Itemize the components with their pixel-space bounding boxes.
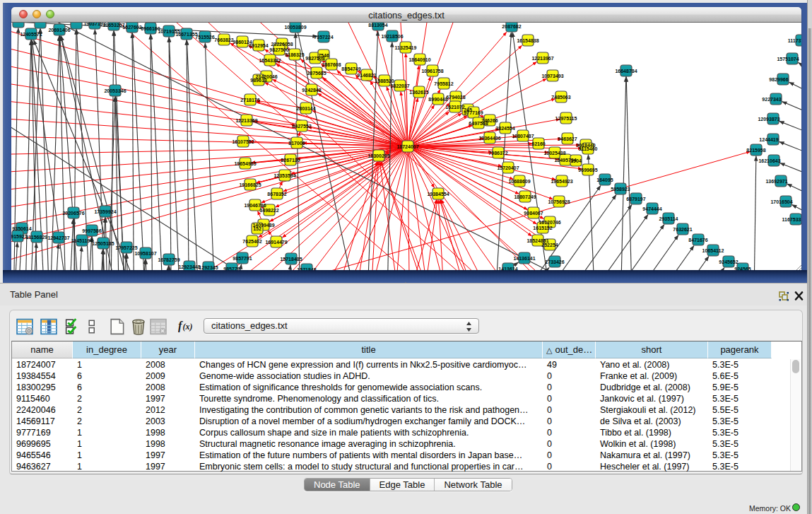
graph-node-label: 8215958 <box>746 148 765 153</box>
graph-edge[interactable] <box>364 162 379 270</box>
select-column-icon[interactable] <box>40 318 57 335</box>
graph-node[interactable] <box>13 23 24 28</box>
cell-pagerank: 5.5E-5 <box>708 404 769 416</box>
window-resize-grip[interactable] <box>796 261 801 270</box>
column-header-in_degree[interactable]: in_degree <box>73 341 141 358</box>
graph-edge[interactable] <box>563 235 678 270</box>
graph-edge[interactable] <box>779 141 801 159</box>
row-height-icon[interactable] <box>88 318 105 335</box>
graph-edge[interactable] <box>205 43 218 270</box>
graph-edge[interactable] <box>95 250 103 270</box>
graph-edge[interactable] <box>440 200 486 270</box>
cell-year: 2008 <box>141 359 192 370</box>
cell-out_degree: 0 <box>543 404 593 416</box>
graph-node[interactable] <box>35 23 46 28</box>
graph-node-label: 5958923 <box>611 187 630 192</box>
graph-edge[interactable] <box>779 121 801 139</box>
graph-node-label: 10756928 <box>548 199 570 204</box>
graph-node-label: 10961758 <box>421 69 443 74</box>
network-canvas[interactable]: 1872400712405571206914061903719310653267… <box>11 23 801 270</box>
graph-edge[interactable] <box>65 219 73 270</box>
graph-node-label: 817006 <box>288 141 305 146</box>
graph-node-label: 12213369 <box>235 118 257 123</box>
tab-edge-table[interactable]: Edge Table <box>370 479 435 491</box>
column-header-year[interactable]: year <box>141 341 195 358</box>
graph-edge[interactable] <box>616 77 626 270</box>
column-header-short[interactable]: short <box>596 341 708 358</box>
cell-name: 9699695 <box>12 438 70 450</box>
graph-node-label: 23226058 <box>271 42 293 47</box>
cell-pagerank: 5.3E-5 <box>708 393 769 404</box>
cell-year: 1997 <box>141 393 192 404</box>
cell-in_degree: 1 <box>73 359 139 370</box>
graph-node-label: 1904 <box>570 158 582 163</box>
graph-node[interactable] <box>71 23 82 29</box>
table-panel-header: Table Panel <box>0 284 807 305</box>
graph-node-label: 12942737 <box>47 235 69 240</box>
tab-node-table[interactable]: Node Table <box>305 479 370 491</box>
cell-out_degree: 0 <box>543 382 593 393</box>
graph-node-label: 8912954 <box>249 43 268 48</box>
table-row[interactable]: 1456911722003Disruption of a novel membe… <box>12 416 801 427</box>
cell-name: 9465546 <box>12 450 70 461</box>
graph-edge[interactable] <box>799 62 801 78</box>
graph-node-label: 18640910 <box>408 57 430 62</box>
graph-edge[interactable] <box>408 146 410 270</box>
float-panel-icon[interactable] <box>779 291 789 301</box>
table-row[interactable]: 911546021997Tourette syndrome. Phenomeno… <box>12 393 801 404</box>
table-row[interactable]: 969969511998Structural magnetic resonanc… <box>12 438 801 450</box>
table-row[interactable]: 1830029562008Estimation of significance … <box>12 382 801 393</box>
graph-edge[interactable] <box>578 245 694 270</box>
cell-out_degree: 0 <box>543 370 593 382</box>
graph-edge[interactable] <box>187 40 203 270</box>
graph-edge[interactable] <box>438 200 452 270</box>
table-row[interactable]: 946362711997Embryonic stem cells: a mode… <box>12 461 801 472</box>
graph-node-label: 12213967 <box>531 56 553 61</box>
cell-name: 18724007 <box>12 359 70 370</box>
graph-edge[interactable] <box>151 35 167 270</box>
close-panel-icon[interactable] <box>794 291 804 300</box>
node-table[interactable]: namein_degreeyeartitle△out_de…shortpager… <box>11 341 802 472</box>
delete-icon[interactable] <box>131 318 148 335</box>
cell-title: Embryonic stem cells: a model to study s… <box>195 461 540 472</box>
graph-edge[interactable] <box>751 156 756 270</box>
graph-edge[interactable] <box>440 200 495 270</box>
function-builder-icon[interactable]: f(x) <box>178 318 195 335</box>
tab-network-table[interactable]: Network Table <box>435 479 511 491</box>
column-header-out_degree[interactable]: △out_de… <box>543 341 596 358</box>
scrollbar-thumb[interactable] <box>792 360 799 373</box>
graph-edge[interactable] <box>146 259 151 270</box>
graph-edge[interactable] <box>170 23 537 270</box>
table-vertical-scrollbar[interactable] <box>790 359 801 471</box>
graph-edge[interactable] <box>279 265 290 270</box>
graph-node-label: 8854749 <box>341 66 360 71</box>
cell-title: Disruption of a novel member of a sodium… <box>195 416 540 427</box>
table-row[interactable]: 1938455462009Genome-wide association stu… <box>12 370 801 382</box>
column-header-name[interactable]: name <box>12 341 73 358</box>
column-header-title[interactable]: title <box>195 341 543 358</box>
table-selector-combobox[interactable]: citations_edges.txt <box>204 318 479 334</box>
graph-edge[interactable] <box>406 200 437 270</box>
graph-node-label: 12405571 <box>20 32 42 37</box>
graph-node-label: 16648784 <box>615 69 637 74</box>
cell-pagerank: 5.9E-5 <box>708 382 769 393</box>
table-settings-icon[interactable] <box>16 318 33 335</box>
graph-edge[interactable] <box>548 224 664 270</box>
graph-edge[interactable] <box>782 102 801 119</box>
graph-edge[interactable] <box>789 82 801 99</box>
table-panel-title: Table Panel <box>10 289 58 300</box>
select-rows-icon[interactable] <box>65 318 82 335</box>
graph-edge[interactable] <box>103 250 108 270</box>
table-row[interactable]: 1872400712008Changes of HCN gene express… <box>12 359 801 370</box>
graph-edge[interactable] <box>626 77 637 270</box>
table-row[interactable]: 977716911998Corpus callosum shape and si… <box>12 427 801 438</box>
table-row[interactable]: 2242004622012Investigating the contribut… <box>12 404 801 416</box>
network-window-titlebar[interactable]: citations_edges.txt <box>11 7 801 23</box>
table-row[interactable]: 946554611997Estimation of the future num… <box>12 450 801 461</box>
delete-table-icon[interactable] <box>150 318 167 335</box>
graph-edge[interactable] <box>11 98 408 146</box>
new-table-icon[interactable] <box>110 318 126 335</box>
column-header-pagerank[interactable]: pagerank <box>708 341 772 358</box>
graph-node-label: 252254 <box>541 243 558 247</box>
graph-node-label: 7632621 <box>673 227 692 232</box>
